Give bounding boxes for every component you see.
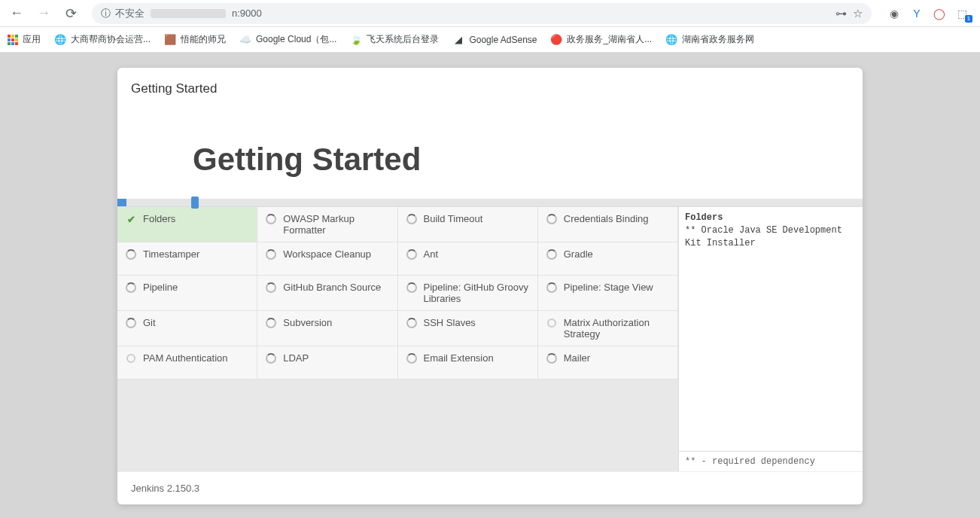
plugin-cell: Pipeline: GitHub Groovy Libraries: [398, 276, 538, 311]
browser-toolbar: ← → ⟳ ⓘ 不安全 n:9000 ⊶ ☆ ◉ Y ◯ ⬚: [0, 0, 980, 27]
ext-icon-4[interactable]: ⬚: [954, 6, 969, 21]
spinner-icon: [265, 248, 277, 261]
plugin-grid-wrap: ✔FoldersOWASP Markup FormatterBuild Time…: [117, 207, 678, 471]
card-title: Getting Started: [117, 68, 863, 96]
bookmark-label: 飞天系统后台登录: [367, 33, 439, 46]
plugin-cell: OWASP Markup Formatter: [257, 207, 397, 242]
globe-icon: 🌐: [54, 34, 66, 46]
plugin-cell: PAM Authentication: [117, 346, 257, 379]
plugin-name: OWASP Markup Formatter: [283, 213, 389, 236]
favicon: 🔴: [550, 34, 562, 46]
plugin-grid: ✔FoldersOWASP Markup FormatterBuild Time…: [117, 207, 678, 379]
extension-icons: ◉ Y ◯ ⬚: [882, 6, 974, 21]
url-suffix: n:9000: [232, 8, 262, 19]
ext-icon-1[interactable]: ◉: [887, 6, 902, 21]
spinner-icon: [546, 248, 558, 261]
spinner-icon: [265, 352, 277, 364]
log-footer: ** - required dependency: [679, 451, 863, 471]
reload-button[interactable]: ⟳: [60, 3, 81, 24]
plugin-cell: Ant: [398, 242, 538, 276]
progress-bar: [117, 199, 863, 206]
footer-version: Jenkins 2.150.3: [117, 471, 863, 504]
log-body: Folders ** Oracle Java SE Development Ki…: [679, 207, 863, 451]
back-button[interactable]: ←: [6, 3, 27, 24]
plugin-cell: LDAP: [257, 346, 397, 379]
plugin-name: Matrix Authorization Strategy: [564, 317, 670, 340]
address-bar[interactable]: ⓘ 不安全 n:9000 ⊶ ☆: [92, 3, 872, 24]
info-icon: ⓘ: [101, 7, 111, 20]
plugin-name: PAM Authentication: [143, 352, 228, 364]
bookmark-label: 湖南省政务服务网: [682, 33, 754, 46]
plugin-name: Git: [143, 317, 156, 328]
plugin-name: LDAP: [283, 352, 309, 364]
plugin-name: Credentials Binding: [564, 213, 649, 224]
spinner-icon: [406, 213, 418, 225]
apps-shortcut[interactable]: 应用: [8, 33, 41, 46]
hero-title: Getting Started: [117, 96, 863, 199]
plugin-name: Pipeline: GitHub Groovy Libraries: [424, 282, 530, 304]
grid-spacer: [117, 379, 678, 471]
forward-button[interactable]: →: [33, 3, 54, 24]
progress-thumb: [191, 197, 199, 209]
log-line: ** Oracle Java SE Development Kit Instal…: [685, 225, 848, 248]
spinner-icon: [546, 213, 558, 225]
plugin-cell: Credentials Binding: [538, 207, 678, 242]
bookmark-label: Google Cloud（包...: [256, 33, 336, 46]
bookmark-item[interactable]: 🌐大商帮商协会运营...: [54, 33, 151, 46]
spinner-icon: [406, 317, 418, 329]
apps-label: 应用: [23, 33, 41, 46]
main-content: ✔FoldersOWASP Markup FormatterBuild Time…: [117, 206, 863, 471]
page-background: Getting Started Getting Started ✔Folders…: [0, 53, 980, 518]
plugin-name: Pipeline: Stage View: [564, 282, 653, 293]
spinner-icon: [406, 282, 418, 294]
pending-icon: [546, 317, 558, 329]
bookmark-item[interactable]: ◢Google AdSense: [452, 34, 537, 46]
plugin-name: SSH Slaves: [424, 317, 476, 328]
check-icon: ✔: [125, 213, 137, 225]
spinner-icon: [406, 352, 418, 364]
plugin-name: Subversion: [283, 317, 332, 328]
plugin-name: GitHub Branch Source: [283, 282, 381, 293]
bookmark-item[interactable]: 🌐湖南省政务服务网: [665, 33, 754, 46]
ext-icon-2[interactable]: Y: [909, 6, 924, 21]
setup-wizard-card: Getting Started Getting Started ✔Folders…: [117, 68, 863, 504]
spinner-icon: [265, 282, 277, 294]
plugin-name: Build Timeout: [424, 213, 483, 224]
plugin-cell: Mailer: [538, 346, 678, 379]
bookmark-label: 大商帮商协会运营...: [71, 33, 151, 46]
plugin-name: Mailer: [564, 352, 590, 364]
adsense-icon: ◢: [452, 34, 464, 46]
plugin-name: Pipeline: [143, 282, 178, 293]
plugin-cell: Matrix Authorization Strategy: [538, 311, 678, 346]
spinner-icon: [125, 317, 137, 329]
apps-icon: [8, 35, 18, 45]
key-icon[interactable]: ⊶: [835, 7, 847, 20]
bookmark-item[interactable]: ☁️Google Cloud（包...: [239, 33, 336, 46]
spinner-icon: [406, 248, 418, 261]
bookmark-item[interactable]: 🔴政务服务_湖南省人...: [550, 33, 652, 46]
favicon: 🍃: [350, 34, 362, 46]
bookmark-label: Google AdSense: [469, 35, 537, 45]
bookmark-label: 悟能的师兄: [181, 33, 226, 46]
ext-icon-3[interactable]: ◯: [932, 6, 947, 21]
insecure-label: 不安全: [115, 7, 145, 20]
bookmark-label: 政务服务_湖南省人...: [567, 33, 652, 46]
globe-icon: 🌐: [665, 34, 677, 46]
plugin-name: Workspace Cleanup: [283, 248, 371, 260]
plugin-cell: Email Extension: [398, 346, 538, 379]
spinner-icon: [546, 352, 558, 364]
bookmark-item[interactable]: 🟫悟能的师兄: [164, 33, 226, 46]
spinner-icon: [125, 282, 137, 294]
log-heading: Folders: [685, 212, 723, 223]
plugin-cell: Git: [117, 311, 257, 346]
plugin-cell: Workspace Cleanup: [257, 242, 397, 276]
plugin-cell: Build Timeout: [398, 207, 538, 242]
plugin-cell: Subversion: [257, 311, 397, 346]
bookmark-item[interactable]: 🍃飞天系统后台登录: [350, 33, 439, 46]
plugin-cell: ✔Folders: [117, 207, 257, 242]
plugin-cell: Pipeline: [117, 276, 257, 311]
star-icon[interactable]: ☆: [853, 7, 863, 20]
install-log-panel: Folders ** Oracle Java SE Development Ki…: [678, 207, 863, 471]
plugin-cell: SSH Slaves: [398, 311, 538, 346]
plugin-cell: Pipeline: Stage View: [538, 276, 678, 311]
